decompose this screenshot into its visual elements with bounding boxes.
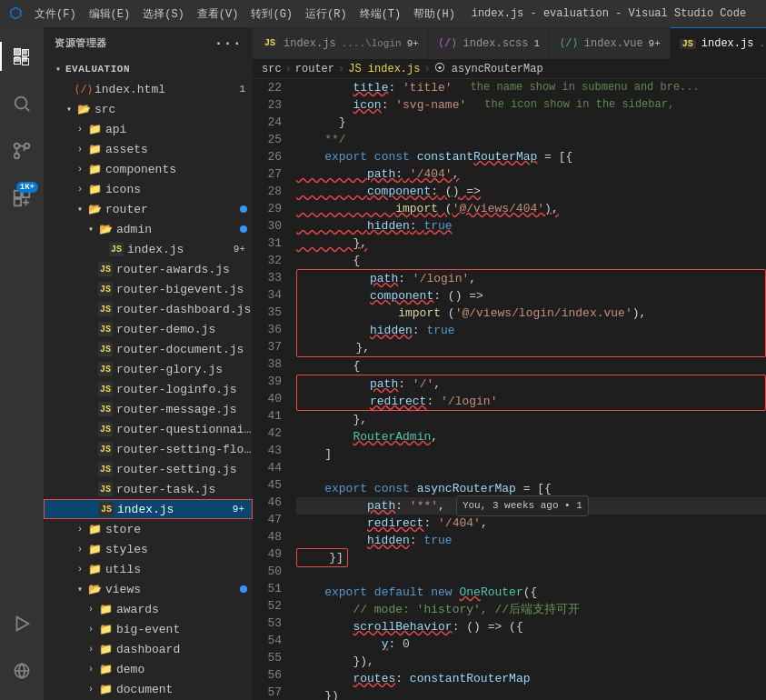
code-line-44 — [296, 463, 766, 480]
sidebar-item-router-setting[interactable]: JS router-setting.js — [44, 459, 253, 479]
js-icon-router-message: JS — [98, 402, 113, 416]
js-icon-router-questionnaire: JS — [98, 422, 113, 436]
breadcrumb-src[interactable]: src — [262, 63, 282, 75]
arrow-utils — [73, 562, 87, 576]
sidebar-more-button[interactable]: ··· — [214, 35, 242, 52]
menu-edit[interactable]: 编辑(E) — [84, 5, 136, 24]
tab-index-vue[interactable]: ⟨/⟩ index.vue 9+ — [550, 27, 671, 59]
breadcrumb-file[interactable]: JS index.js — [348, 63, 420, 75]
menu-select[interactable]: 选择(S) — [137, 5, 190, 24]
folder-icon-views: 📂 — [87, 582, 102, 596]
sidebar-item-router-message[interactable]: JS router-message.js — [44, 399, 253, 419]
sidebar-item-router-glory[interactable]: JS router-glory.js — [44, 359, 253, 379]
sidebar-item-evaluation[interactable]: EVALUATION — [44, 59, 253, 79]
folder-icon-document: 📁 — [98, 682, 113, 696]
tab-lang-icon-3: ⟨/⟩ — [559, 36, 579, 50]
svg-point-0 — [15, 97, 27, 109]
code-line-40: redirect: '/login' — [299, 393, 763, 410]
sidebar-item-router-awards[interactable]: JS router-awards.js — [44, 259, 253, 279]
sidebar-item-router-document[interactable]: JS router-document.js — [44, 339, 253, 359]
code-line-37: }, — [299, 339, 763, 356]
sidebar-item-router-dashboard[interactable]: JS router-dashboard.js — [44, 299, 253, 319]
sidebar-item-store[interactable]: 📁 store — [44, 519, 253, 539]
arrow-admin — [84, 222, 98, 236]
menu-help[interactable]: 帮助(H) — [408, 5, 461, 24]
sidebar-item-router-task[interactable]: JS router-task.js — [44, 479, 253, 499]
editor-area: JS index.js ....\login 9+ ⟨/⟩ index.scss… — [253, 27, 766, 700]
breadcrumb-router[interactable]: router — [295, 63, 334, 75]
arrow-awards — [84, 602, 98, 616]
sidebar-item-components[interactable]: 📁 components — [44, 159, 253, 179]
code-line-53: scrollBehavior: () => ({ — [296, 618, 766, 635]
sidebar-item-router[interactable]: 📂 router — [44, 199, 253, 219]
sidebar: 资源管理器 ··· EVALUATION ⟨/⟩ index.html 1 📂 … — [44, 27, 253, 700]
remote-activity-icon[interactable] — [0, 649, 44, 693]
code-line-35: import ('@/views/login/index.vue'), — [299, 305, 763, 322]
code-line-46: path: '**', You, 3 weeks ago • 1 — [296, 497, 766, 515]
sidebar-item-utils[interactable]: 📁 utils — [44, 559, 253, 579]
menu-file[interactable]: 文件(F) — [29, 5, 82, 24]
sidebar-item-icons[interactable]: 📁 icons — [44, 179, 253, 199]
tab-label-4: index.js — [701, 37, 754, 50]
sidebar-item-admin[interactable]: 📂 admin — [44, 219, 253, 239]
tab-index-scss[interactable]: ⟨/⟩ index.scss 1 — [429, 27, 550, 59]
js-icon-router-loginfo: JS — [98, 382, 113, 396]
sidebar-item-awards[interactable]: 📁 awards — [44, 599, 253, 619]
title-bar-left: ⬡ 文件(F) 编辑(E) 选择(S) 查看(V) 转到(G) 运行(R) 终端… — [9, 5, 461, 24]
menu-run[interactable]: 运行(R) — [300, 5, 353, 24]
menu-bar[interactable]: 文件(F) 编辑(E) 选择(S) 查看(V) 转到(G) 运行(R) 终端(T… — [29, 5, 461, 24]
sidebar-item-index-html[interactable]: ⟨/⟩ index.html 1 — [44, 79, 253, 99]
source-control-activity-icon[interactable] — [0, 129, 44, 173]
window-title: index.js - evaluation - Visual Studio Co… — [461, 7, 757, 20]
sidebar-item-router-loginfo[interactable]: JS router-loginfo.js — [44, 379, 253, 399]
arrow-document — [84, 682, 98, 696]
sidebar-item-router-bigevent[interactable]: JS router-bigevent.js — [44, 279, 253, 299]
breadcrumb-symbol[interactable]: ⦿ asyncRouterMap — [434, 62, 543, 75]
code-line-32: { — [296, 252, 766, 269]
svg-line-1 — [25, 107, 29, 111]
sidebar-item-views[interactable]: 📂 views — [44, 579, 253, 599]
sidebar-item-styles[interactable]: 📁 styles — [44, 539, 253, 559]
menu-terminal[interactable]: 终端(T) — [354, 5, 407, 24]
sidebar-item-router-questionnaire[interactable]: JS router-questionnaire.js — [44, 419, 253, 439]
tab-path-4: ....\admin — [759, 38, 766, 49]
menu-view[interactable]: 查看(V) — [192, 5, 244, 24]
sidebar-item-admin-index[interactable]: JS index.js 9+ — [44, 239, 253, 259]
code-text[interactable]: title: 'title' the name show in submenu … — [289, 79, 766, 700]
sidebar-item-api[interactable]: 📁 api — [44, 119, 253, 139]
extensions-badge: 1K+ — [16, 182, 38, 193]
code-line-39: path: '/', — [299, 375, 763, 393]
red-box-2: path: '/', redirect: '/login' — [296, 375, 766, 411]
sidebar-item-document[interactable]: 📁 document — [44, 679, 253, 699]
folder-icon-api: 📁 — [87, 122, 102, 136]
sidebar-item-demo[interactable]: 📁 demo — [44, 659, 253, 679]
extensions-activity-icon[interactable]: 1K+ — [0, 176, 44, 220]
code-line-30: hidden: true — [296, 217, 766, 235]
sidebar-item-router-demo[interactable]: JS router-demo.js — [44, 319, 253, 339]
sidebar-item-assets[interactable]: 📁 assets — [44, 139, 253, 159]
explorer-activity-icon[interactable] — [0, 35, 44, 78]
js-icon-router-bigevent: JS — [98, 282, 113, 296]
router-modified-dot — [240, 205, 247, 213]
file-tree: EVALUATION ⟨/⟩ index.html 1 📂 src 📁 api — [44, 59, 253, 700]
sidebar-item-big-event[interactable]: 📁 big-event — [44, 619, 253, 639]
code-line-51: export default new OneRouter({ — [296, 584, 766, 601]
sidebar-item-index-js[interactable]: JS index.js 9+ — [44, 499, 253, 519]
sidebar-item-src[interactable]: 📂 src — [44, 99, 253, 119]
folder-icon-big-event: 📁 — [98, 622, 113, 636]
expand-arrow-evaluation — [51, 62, 65, 76]
code-line-52: // mode: 'history', //后端支持可开 — [296, 601, 766, 618]
code-line-27: path: '/404', — [296, 165, 766, 183]
js-icon-router-document: JS — [98, 342, 113, 356]
js-icon-router-dashboard: JS — [98, 302, 113, 316]
run-activity-icon[interactable] — [0, 602, 44, 645]
arrow-views — [73, 582, 87, 596]
js-icon-router-setting: JS — [98, 462, 113, 476]
menu-goto[interactable]: 转到(G) — [245, 5, 298, 24]
git-blame-tooltip: You, 3 weeks ago • 1 — [456, 495, 589, 516]
sidebar-item-router-setting-flow[interactable]: JS router-setting-flow.js — [44, 439, 253, 459]
sidebar-item-dashboard[interactable]: 📁 dashboard — [44, 639, 253, 659]
tab-index-js-login[interactable]: JS index.js ....\login 9+ — [253, 27, 429, 59]
tab-index-js-admin[interactable]: JS index.js ....\admin 9+ — [671, 27, 766, 59]
search-activity-icon[interactable] — [0, 82, 44, 125]
